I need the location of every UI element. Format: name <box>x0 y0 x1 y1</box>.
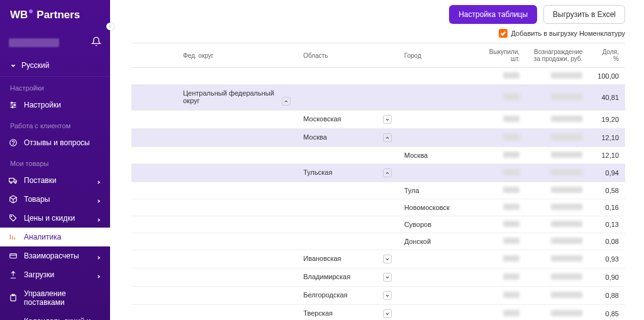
cell-region: Ивановская <box>297 250 397 268</box>
cell-reward <box>526 147 589 164</box>
redacted-value <box>503 273 519 280</box>
nav-settings[interactable]: Настройки <box>0 96 110 114</box>
nav-prices[interactable]: Цены и скидки <box>0 209 110 228</box>
nav-supply-mgmt[interactable]: Управление поставками <box>0 284 110 312</box>
sidebar-toggle[interactable] <box>106 23 114 30</box>
user-row <box>0 31 110 55</box>
truck-icon <box>9 176 18 185</box>
col-city[interactable]: Город <box>398 43 474 68</box>
redacted-value <box>503 204 519 210</box>
redacted-value <box>503 187 519 193</box>
chevron-right-icon <box>96 253 101 258</box>
cell-city <box>398 68 474 85</box>
main: Настройка таблицы Выгрузить в Excel Доба… <box>110 0 644 320</box>
cell-region <box>297 68 397 85</box>
user-name-redacted <box>9 38 59 47</box>
cell-city <box>398 287 474 305</box>
upload-icon <box>9 270 18 279</box>
nav-supplies[interactable]: Поставки <box>0 171 110 190</box>
table-row: Белгородская0,88 <box>131 287 625 305</box>
col-district[interactable]: Фед. округ <box>177 43 297 68</box>
cell-share: 0,90 <box>589 268 625 287</box>
cell-expand <box>131 129 177 147</box>
cell-region <box>297 147 397 164</box>
cell-expand <box>131 147 177 164</box>
expand-toggle[interactable] <box>282 97 291 106</box>
language-selector[interactable]: Русский <box>0 55 110 77</box>
nav-label: Цены и скидки <box>24 214 75 223</box>
nav-label: Взаиморасчеты <box>24 251 79 260</box>
col-reward[interactable]: Вознаграждение за продажи, руб. <box>526 43 589 68</box>
cell-share: 12,10 <box>589 129 625 147</box>
cell-share: 0,13 <box>589 216 625 233</box>
table-row: Москва12,10 <box>131 129 625 147</box>
section-goods: Мои товары <box>0 152 110 171</box>
nomenclature-label: Добавить в выгрузку Номенклатуру <box>511 30 625 37</box>
table-row: Тула0,58 <box>131 182 625 199</box>
nav-reviews[interactable]: Отзывы и вопросы <box>0 133 110 152</box>
cell-district <box>177 111 297 129</box>
expand-toggle[interactable] <box>383 273 392 282</box>
table-row: Москва12,10 <box>131 147 625 164</box>
bell-icon[interactable] <box>91 36 101 48</box>
redacted-value <box>503 72 519 79</box>
nav-uploads[interactable]: Загрузки <box>0 265 110 284</box>
nav-products[interactable]: Товары <box>0 190 110 209</box>
cell-city: Москва <box>398 147 474 164</box>
cell-bought <box>474 268 526 287</box>
cell-reward <box>526 182 589 199</box>
cell-reward <box>526 85 589 111</box>
cell-share: 40,81 <box>589 85 625 111</box>
cell-share: 0,58 <box>589 182 625 199</box>
configure-table-button[interactable]: Настройка таблицы <box>449 5 537 24</box>
logo-partners: Partners <box>36 9 80 21</box>
col-region[interactable]: Область <box>297 43 397 68</box>
cell-expand <box>131 85 177 111</box>
redacted-value <box>551 238 582 244</box>
cell-bought <box>474 111 526 129</box>
table-row: Суворов0,13 <box>131 216 625 233</box>
cell-expand <box>131 287 177 305</box>
chevron-right-icon <box>96 197 101 202</box>
expand-toggle[interactable] <box>383 291 392 300</box>
nav-calendar[interactable]: Календарь акций и скидок <box>0 312 110 320</box>
chevron-right-icon <box>96 178 101 183</box>
redacted-value <box>551 94 582 100</box>
cell-bought <box>474 250 526 268</box>
expand-toggle[interactable] <box>383 133 392 142</box>
redacted-value <box>551 152 582 158</box>
redacted-value <box>551 116 582 122</box>
region-sales-table: Фед. округ Область Город Выкупили, шт. В… <box>131 43 625 320</box>
nav-balances[interactable]: Взаиморасчеты <box>0 246 110 265</box>
cell-district: Центральный федеральный округ <box>177 85 297 111</box>
nav-analytics[interactable]: Аналитика <box>0 228 110 246</box>
cell-region <box>297 85 397 111</box>
table-row: Московская19,20 <box>131 111 625 129</box>
cell-bought <box>474 147 526 164</box>
expand-toggle[interactable] <box>383 309 392 318</box>
cell-reward <box>526 287 589 305</box>
col-share[interactable]: Доля, % <box>589 43 625 68</box>
cell-city <box>398 129 474 147</box>
cell-city: Тула <box>398 182 474 199</box>
expand-toggle[interactable] <box>383 255 392 263</box>
redacted-value <box>551 72 582 79</box>
svg-point-6 <box>10 182 11 183</box>
cell-reward <box>526 111 589 129</box>
col-expand <box>131 43 177 68</box>
cell-region: Владимирская <box>297 268 397 287</box>
export-excel-button[interactable]: Выгрузить в Excel <box>543 5 625 24</box>
expand-toggle[interactable] <box>383 115 392 124</box>
cell-share: 19,20 <box>589 111 625 129</box>
expand-toggle[interactable] <box>383 168 392 177</box>
redacted-value <box>551 134 582 140</box>
col-bought[interactable]: Выкупили, шт. <box>474 43 526 68</box>
nav-label: Отзывы и вопросы <box>24 138 90 147</box>
nomenclature-checkbox[interactable] <box>499 29 508 38</box>
cell-share: 0,93 <box>589 250 625 268</box>
cell-city <box>398 164 474 182</box>
table-row: Новомосковск0,16 <box>131 199 625 216</box>
chart-icon <box>9 233 18 241</box>
redacted-value <box>503 94 519 100</box>
cell-region: Тверская <box>297 305 397 321</box>
